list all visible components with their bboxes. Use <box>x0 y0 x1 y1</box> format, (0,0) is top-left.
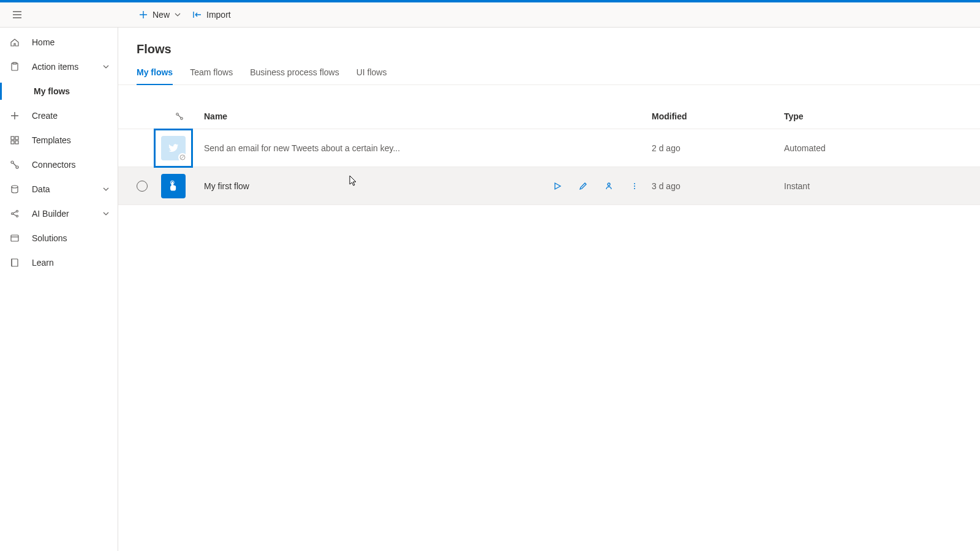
page-header: Flows <box>118 28 980 56</box>
col-type-header[interactable]: Type <box>784 111 980 121</box>
col-modified-header[interactable]: Modified <box>652 111 784 121</box>
row-name-cell[interactable]: My first flow <box>198 181 548 191</box>
connectors-icon <box>9 159 21 171</box>
nav-label: Learn <box>32 258 54 268</box>
tab-business-process-flows[interactable]: Business process flows <box>250 67 339 84</box>
nav-label: Solutions <box>32 233 67 243</box>
svg-point-14 <box>181 117 183 119</box>
more-vertical-icon <box>630 182 639 190</box>
row-type: Instant <box>784 181 980 191</box>
flows-grid: Name Modified Type <box>118 85 980 205</box>
edit-button[interactable] <box>573 176 593 196</box>
tabs: My flows Team flows Business process flo… <box>118 56 980 85</box>
row-modified: 2 d ago <box>652 143 784 153</box>
grid-header-row: Name Modified Type <box>118 103 980 129</box>
sidebar: Home Action items My flows Create <box>0 28 118 551</box>
col-type-label: Type <box>784 111 804 121</box>
nav-solutions[interactable]: Solutions <box>0 226 118 250</box>
svg-point-7 <box>16 166 18 168</box>
nav-connectors[interactable]: Connectors <box>0 152 118 177</box>
svg-point-8 <box>12 186 18 188</box>
body: Home Action items My flows Create <box>0 28 980 551</box>
tab-team-flows[interactable]: Team flows <box>190 67 233 84</box>
col-name-header[interactable]: Name <box>198 111 548 121</box>
play-icon <box>553 182 562 190</box>
svg-point-6 <box>11 161 13 163</box>
import-icon <box>193 10 202 19</box>
chevron-down-icon <box>103 62 109 72</box>
more-button[interactable] <box>625 176 644 196</box>
command-buttons: New Import <box>118 5 236 24</box>
flow-name: Send an email for new Tweets about a cer… <box>204 143 400 153</box>
app-root: New Import Home <box>0 0 980 551</box>
nav-label: Home <box>32 37 55 47</box>
row-actions <box>548 176 652 196</box>
col-flow-icon <box>161 112 198 121</box>
flow-header-icon <box>175 112 184 121</box>
row-type: Automated <box>784 143 980 153</box>
col-modified-label: Modified <box>652 111 687 121</box>
nav-label: Connectors <box>32 160 76 170</box>
nav-home[interactable]: Home <box>0 30 118 54</box>
svg-rect-2 <box>11 137 14 140</box>
tab-label: Team flows <box>190 67 233 77</box>
selection-frame <box>154 129 193 168</box>
row-icon-cell <box>161 136 198 160</box>
page-title: Flows <box>137 42 980 56</box>
nav-label: Data <box>32 184 50 194</box>
nav-templates[interactable]: Templates <box>0 128 118 152</box>
nav-action-items[interactable]: Action items <box>0 54 118 79</box>
nav-label: Create <box>32 111 58 121</box>
svg-point-17 <box>608 183 610 186</box>
flow-row[interactable]: Send an email for new Tweets about a cer… <box>118 129 980 167</box>
solutions-icon <box>9 232 21 244</box>
touch-icon <box>167 180 179 192</box>
svg-rect-5 <box>15 141 18 144</box>
pencil-icon <box>579 182 587 190</box>
nav-label: AI Builder <box>32 209 69 219</box>
import-button[interactable]: Import <box>188 5 236 24</box>
nav-learn[interactable]: Learn <box>0 250 118 275</box>
tab-ui-flows[interactable]: UI flows <box>356 67 387 84</box>
type-text: Instant <box>784 181 810 191</box>
home-icon <box>9 36 21 48</box>
share-button[interactable] <box>599 176 619 196</box>
radio-unchecked-icon[interactable] <box>137 181 148 192</box>
row-check[interactable] <box>137 181 161 192</box>
col-name-label: Name <box>204 111 227 121</box>
svg-point-20 <box>634 188 635 189</box>
nav-data[interactable]: Data <box>0 177 118 201</box>
data-icon <box>9 183 21 195</box>
nav-create[interactable]: Create <box>0 103 118 128</box>
modified-text: 3 d ago <box>652 181 680 191</box>
new-button-label: New <box>153 10 170 20</box>
hamburger-region <box>0 5 118 24</box>
hamburger-button[interactable] <box>7 5 27 24</box>
tab-label: My flows <box>137 67 173 77</box>
row-modified: 3 d ago <box>652 181 784 191</box>
nav-label: My flows <box>34 86 70 96</box>
chevron-down-icon <box>175 12 181 18</box>
tab-my-flows[interactable]: My flows <box>137 67 173 84</box>
hamburger-icon <box>12 10 22 20</box>
flow-row[interactable]: My first flow <box>118 167 980 205</box>
svg-point-18 <box>634 183 635 184</box>
nav-label: Templates <box>32 135 71 145</box>
row-icon-cell <box>161 174 198 198</box>
disabled-badge-icon <box>178 153 187 162</box>
nav-label: Action items <box>32 62 78 72</box>
command-bar: New Import <box>0 2 980 28</box>
svg-rect-4 <box>11 141 14 144</box>
new-button[interactable]: New <box>134 5 186 24</box>
flow-tile-instant <box>161 174 186 198</box>
row-name-cell[interactable]: Send an email for new Tweets about a cer… <box>198 143 548 153</box>
plus-icon <box>9 110 21 122</box>
run-button[interactable] <box>548 176 567 196</box>
tab-label: Business process flows <box>250 67 339 77</box>
ai-icon <box>9 208 21 220</box>
nav-ai-builder[interactable]: AI Builder <box>0 201 118 226</box>
import-button-label: Import <box>206 10 231 20</box>
flow-name: My first flow <box>204 181 249 191</box>
svg-rect-3 <box>15 137 18 140</box>
nav-my-flows[interactable]: My flows <box>0 79 118 103</box>
